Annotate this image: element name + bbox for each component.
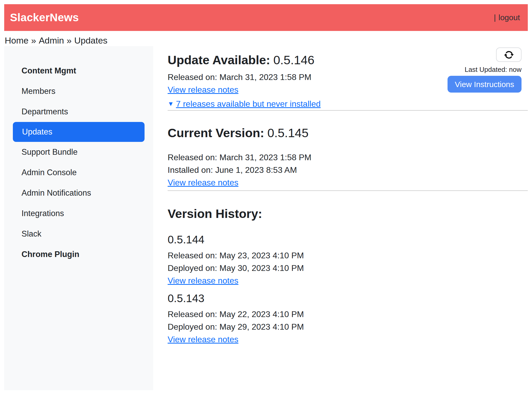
logout-area: | logout (494, 13, 520, 22)
sidebar-item-admin-console[interactable]: Admin Console (4, 162, 153, 183)
releases-toggle-line: ▼ 7 releases available but never install… (168, 98, 528, 110)
sidebar-item-updates[interactable]: Updates (13, 122, 145, 142)
logout-separator: | (494, 13, 496, 22)
breadcrumb-admin[interactable]: Admin (39, 35, 64, 45)
app-title: SlackerNews (10, 11, 79, 24)
sidebar-item-content-mgmt[interactable]: Content Mgmt (4, 61, 153, 81)
sidebar-item-admin-notifications[interactable]: Admin Notifications (4, 183, 153, 203)
top-header-bar: SlackerNews | logout (4, 4, 528, 31)
history-version-number: 0.5.144 (168, 233, 528, 247)
last-updated-text: Last Updated: now (465, 66, 522, 73)
update-available-version: 0.5.146 (273, 53, 315, 67)
refresh-button[interactable] (496, 47, 522, 62)
sidebar: Content Mgmt Members Departments Updates… (4, 46, 153, 390)
breadcrumb: Home»Admin»Updates (4, 31, 528, 46)
view-release-notes-link[interactable]: View release notes (168, 335, 238, 344)
update-available-label: Update Available: (168, 53, 270, 67)
logout-link[interactable]: logout (498, 13, 520, 22)
section-divider (168, 110, 528, 111)
main-content: Last Updated: now View Instructions Upda… (153, 46, 528, 390)
breadcrumb-separator: » (31, 35, 36, 45)
sidebar-item-slack[interactable]: Slack (4, 224, 153, 244)
current-version-label: Current Version: (168, 126, 264, 140)
content-layout: Content Mgmt Members Departments Updates… (4, 46, 528, 390)
section-divider (168, 190, 528, 191)
breadcrumb-separator: » (67, 35, 72, 45)
history-released-on: Released on: May 23, 2023 4:10 PM (168, 249, 528, 262)
caret-down-icon: ▼ (168, 98, 174, 110)
version-history-entry: 0.5.144 Released on: May 23, 2023 4:10 P… (168, 233, 528, 288)
current-version-heading: Current Version:0.5.145 (168, 125, 528, 141)
sidebar-item-integrations[interactable]: Integrations (4, 203, 153, 224)
current-released-on: Released on: March 31, 2023 1:58 PM (168, 151, 528, 164)
history-version-number: 0.5.143 (168, 292, 528, 305)
version-history-section: Version History: 0.5.144 Released on: Ma… (168, 206, 528, 347)
sidebar-item-departments[interactable]: Departments (4, 101, 153, 122)
current-version-section: Current Version:0.5.145 Released on: Mar… (168, 125, 528, 190)
view-instructions-button[interactable]: View Instructions (448, 76, 522, 93)
sidebar-item-members[interactable]: Members (4, 81, 153, 101)
update-check-panel: Last Updated: now View Instructions (448, 47, 522, 93)
view-release-notes-link[interactable]: View release notes (168, 85, 238, 94)
history-deployed-on: Deployed on: May 29, 2023 4:10 PM (168, 320, 528, 333)
view-release-notes-link[interactable]: View release notes (168, 276, 238, 285)
view-release-notes-link[interactable]: View release notes (168, 178, 238, 187)
releases-toggle-link[interactable]: 7 releases available but never installed (176, 98, 321, 110)
current-installed-on: Installed on: June 1, 2023 8:53 AM (168, 164, 528, 176)
history-released-on: Released on: May 22, 2023 4:10 PM (168, 308, 528, 320)
version-history-entry: 0.5.143 Released on: May 22, 2023 4:10 P… (168, 292, 528, 347)
breadcrumb-home[interactable]: Home (5, 35, 29, 45)
page: SlackerNews | logout Home»Admin»Updates … (0, 0, 532, 396)
refresh-icon (504, 50, 514, 60)
version-history-heading: Version History: (168, 206, 528, 221)
current-version-number: 0.5.145 (267, 126, 308, 140)
history-deployed-on: Deployed on: May 30, 2023 4:10 PM (168, 262, 528, 274)
sidebar-item-chrome-plugin[interactable]: Chrome Plugin (4, 244, 153, 265)
sidebar-item-support-bundle[interactable]: Support Bundle (4, 142, 153, 162)
breadcrumb-updates[interactable]: Updates (74, 35, 108, 45)
